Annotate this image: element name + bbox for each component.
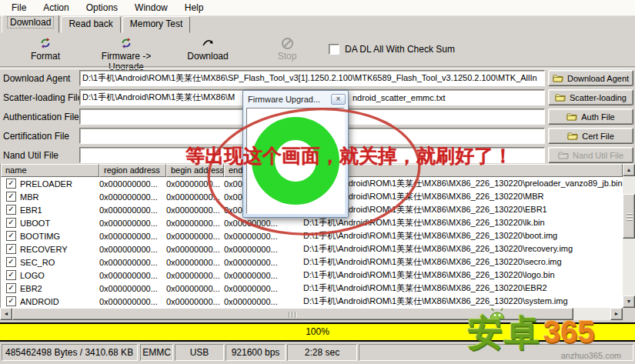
logo-text-365: 365 (543, 315, 595, 349)
menu-bar: File Action Options Window Help (0, 0, 635, 16)
scroll-down-icon[interactable]: ▼ (623, 296, 635, 308)
stop-button[interactable]: Stop (269, 37, 305, 62)
da-dl-checksum-label: DA DL All With Check Sum (345, 44, 455, 55)
scroll-up-icon[interactable]: ▲ (623, 164, 635, 176)
curved-arrow-icon (183, 37, 232, 50)
table-row[interactable]: ✓UBOOT 0x000000000... 0x00000000... 0x00… (1, 216, 623, 229)
row-checkbox[interactable]: ✓ (6, 218, 16, 228)
tab-memory-test[interactable]: Memory Test (122, 16, 190, 33)
menu-options[interactable]: Options (78, 1, 126, 15)
menu-action[interactable]: Action (35, 1, 77, 15)
refresh-icon (23, 37, 68, 50)
browse-nand-util-button[interactable]: Nand Util File (548, 147, 633, 163)
nand-util-file-label: Nand Util File (3, 148, 58, 163)
download-button[interactable]: Download (183, 37, 232, 62)
table-row[interactable]: ✓BOOTIMG 0x000000000... 0x00000000... 0x… (1, 229, 623, 242)
browse-download-agent-button[interactable]: Download Agent (548, 70, 633, 86)
row-checkbox[interactable]: ✓ (6, 205, 16, 215)
scroll-left-icon[interactable]: ◄ (0, 308, 12, 320)
green-ring-graphic (252, 117, 339, 205)
progress-percent: 100% (306, 326, 329, 337)
row-checkbox[interactable]: ✓ (6, 283, 16, 293)
tab-read-back[interactable]: Read back (61, 16, 120, 33)
folder-icon (555, 93, 566, 102)
folder-icon (553, 74, 563, 82)
menu-help[interactable]: Help (176, 1, 212, 15)
stop-icon (269, 37, 305, 50)
column-header-name[interactable]: name (1, 164, 99, 177)
table-row[interactable]: ✓EBR2 0x000000000... 0x00000000... 0x000… (1, 282, 623, 295)
status-storage: EMMC (140, 344, 173, 361)
folder-icon (566, 112, 577, 121)
row-checkbox[interactable]: ✓ (6, 179, 16, 189)
status-elapsed: 2:28 sec (287, 344, 357, 361)
column-header-location[interactable] (303, 164, 623, 177)
table-vertical-scrollbar[interactable]: ▲ ▼ (623, 164, 635, 308)
table-row[interactable]: ✓RECOVERY 0x000000000... 0x00000000... 0… (1, 242, 623, 255)
row-checkbox[interactable]: ✓ (6, 231, 16, 241)
row-checkbox[interactable]: ✓ (6, 296, 16, 306)
status-port: USB (175, 344, 224, 361)
cert-file-label: Certification File (3, 129, 69, 144)
da-dl-checksum-row: DA DL All With Check Sum (329, 44, 455, 55)
folder-icon (567, 132, 578, 140)
table-row[interactable]: ✓ANDROID 0x000000000... 0x00000000... 0x… (1, 295, 623, 308)
refresh-icon (83, 37, 169, 50)
table-row[interactable]: ✓SEC_RO 0x000000000... 0x00000000... 0x0… (1, 255, 623, 269)
folder-icon (558, 151, 569, 159)
da-dl-checksum-checkbox[interactable] (329, 44, 339, 55)
column-header-begin[interactable]: begin address (166, 164, 224, 177)
download-agent-field[interactable]: D:\1手机\Android\ROM\1美莱仕\MX86\SP_Flash_To… (79, 70, 545, 86)
row-checkbox[interactable]: ✓ (6, 244, 16, 254)
scatter-file-value-fragment: ndroid_scatter_emmc.txt (353, 92, 445, 105)
row-checkbox[interactable]: ✓ (6, 192, 16, 202)
close-icon[interactable]: × (331, 94, 346, 105)
tab-bar: Download Read back Memory Test (2, 17, 192, 33)
logo-text-cn: 安卓 (467, 315, 541, 350)
menu-window[interactable]: Window (126, 1, 176, 15)
browse-scatter-button[interactable]: Scatter-loading (548, 89, 633, 105)
table-row[interactable]: ✓LOGO 0x000000000... 0x00000000... 0x000… (1, 269, 623, 282)
firmware-upgrade-dialog: Firmware Upgrad... × (242, 90, 349, 218)
menu-file[interactable]: File (3, 1, 35, 15)
toolbar-separator (0, 66, 635, 69)
logo-domain: anzhuo365.com (561, 351, 621, 360)
download-agent-label: Download Agent (3, 71, 70, 86)
row-checkbox[interactable]: ✓ (6, 257, 16, 267)
scatter-file-label: Scatter-loading File (3, 90, 82, 105)
browse-auth-file-button[interactable]: Auth File (548, 109, 633, 125)
vertical-scroll-thumb[interactable] (623, 194, 635, 239)
row-checkbox[interactable]: ✓ (6, 270, 16, 280)
dialog-body (246, 108, 345, 214)
browse-cert-file-button[interactable]: Cert File (548, 128, 633, 144)
anzhuo365-logo: 安卓 365 anzhuo365.com (461, 310, 630, 362)
status-bytes: 485462498 Bytes / 3410.68 KB (2, 344, 138, 361)
tab-download[interactable]: Download (2, 15, 59, 33)
auth-file-label: Authentication File (3, 109, 79, 125)
format-button[interactable]: Format (23, 37, 68, 62)
status-baudrate: 921600 bps (226, 344, 286, 361)
flash-tool-window: File Action Options Window Help Download… (0, 0, 635, 364)
column-header-region[interactable]: region address (99, 164, 166, 177)
